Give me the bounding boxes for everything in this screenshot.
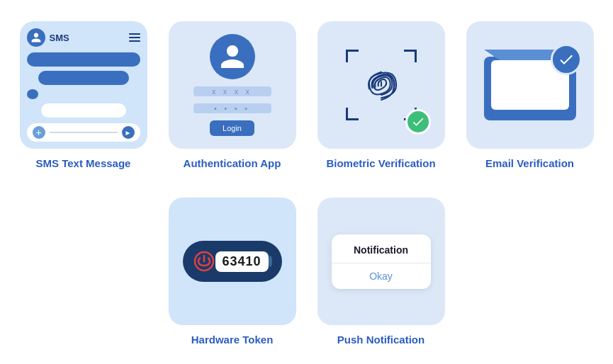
sms-input-area	[50, 132, 118, 133]
email-label: Email Verification	[485, 157, 574, 169]
row-2: 63410 Hardware Token Notification Okay P…	[169, 198, 445, 346]
token-label: Hardware Token	[191, 334, 274, 346]
auth-login-button[interactable]: Login	[210, 120, 254, 136]
sms-container: SMS + ► SMS Text Message	[20, 21, 147, 169]
sms-label: SMS Text Message	[36, 157, 131, 169]
sms-user-avatar	[27, 28, 45, 47]
envelope	[484, 50, 576, 120]
sms-card: SMS + ►	[20, 21, 147, 149]
token-power-button[interactable]	[193, 250, 215, 273]
push-card: Notification Okay	[317, 198, 445, 325]
token-body: 63410	[183, 241, 282, 282]
sms-header: SMS	[27, 28, 140, 47]
sms-add-button[interactable]: +	[33, 126, 45, 139]
email-checkmark-icon	[558, 51, 575, 68]
auth-label: Authentication App	[184, 157, 281, 169]
bio-frame	[346, 50, 417, 120]
auth-password-dots: • • • •	[214, 105, 249, 113]
sms-bubble-1	[27, 52, 140, 67]
notification-title: Notification	[332, 234, 431, 263]
token-container: 63410 Hardware Token	[169, 198, 296, 346]
sms-title-text: SMS	[50, 33, 129, 43]
auth-card: x x x x • • • • Login	[169, 21, 296, 149]
auth-avatar	[210, 34, 255, 79]
main-grid: SMS + ► SMS Text Message	[14, 21, 599, 346]
token-knob	[269, 256, 272, 267]
push-container: Notification Okay Push Notification	[317, 198, 445, 346]
checkmark-icon	[411, 115, 425, 129]
email-container: Email Verification	[466, 21, 594, 169]
auth-password-field[interactable]: • • • •	[193, 103, 271, 113]
power-icon	[193, 250, 215, 273]
bio-corner-bl	[346, 108, 359, 120]
notification-box: Notification Okay	[332, 234, 431, 289]
bio-label: Biometric Verification	[326, 157, 435, 169]
email-check-badge	[551, 44, 582, 75]
user-icon	[30, 32, 42, 43]
bio-corner-tr	[404, 50, 417, 62]
auth-container: x x x x • • • • Login Authentication App	[169, 21, 296, 169]
auth-username-dots: x x x x	[212, 88, 252, 96]
bio-container: Biometric Verification	[317, 21, 445, 169]
push-label: Push Notification	[337, 334, 424, 346]
email-card	[466, 21, 594, 149]
token-card: 63410	[169, 198, 296, 325]
fingerprint-icon	[356, 60, 406, 110]
sms-footer: + ►	[27, 123, 140, 142]
row-1: SMS + ► SMS Text Message	[20, 21, 594, 169]
notification-okay-button[interactable]: Okay	[332, 263, 431, 289]
sms-small-avatar	[27, 89, 38, 99]
bio-check-badge	[405, 109, 431, 135]
sms-bubble-3	[41, 103, 126, 118]
token-display: 63410	[215, 251, 269, 272]
sms-send-button[interactable]: ►	[122, 126, 135, 139]
auth-username-field[interactable]: x x x x	[193, 86, 271, 96]
sms-menu-button[interactable]	[129, 33, 140, 42]
bio-corner-tl	[346, 50, 359, 62]
bio-card	[317, 21, 445, 149]
sms-bubble-2	[38, 71, 129, 85]
auth-user-icon	[218, 42, 247, 71]
